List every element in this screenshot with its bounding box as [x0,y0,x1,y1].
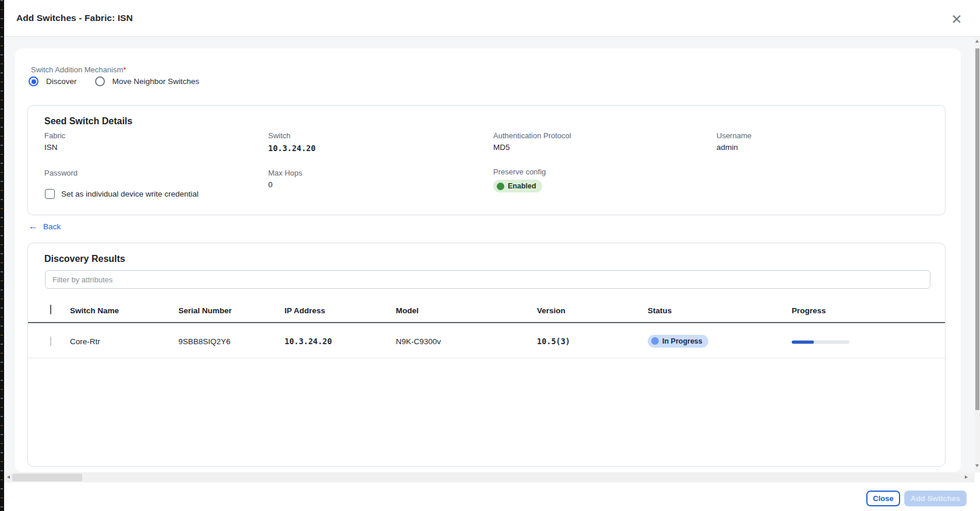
max-hops-label: Max Hops [268,169,303,177]
password-label: Password [44,169,78,177]
column-serial-number: Serial Number [178,306,232,314]
preserve-config-value: Enabled [508,182,536,190]
vertical-scrollbar-thumb[interactable] [975,48,979,410]
scroll-up-icon[interactable] [975,40,979,43]
preserve-config-label: Preserve config [493,167,546,176]
seed-switch-details-card: Seed Switch Details Fabric ISN Switch 10… [27,105,946,215]
username-value: admin [716,143,751,152]
preserve-config-field: Preserve config Enabled [493,167,546,192]
max-hops-value: 0 [268,180,303,189]
back-link[interactable]: ← Back [29,222,61,231]
back-arrow-icon: ← [29,222,38,231]
vertical-scrollbar[interactable] [975,37,980,473]
switch-value: 10.3.24.20 [268,144,315,153]
row-status-badge: In Progress [648,335,708,348]
horizontal-scrollbar[interactable] [4,473,975,482]
row-progress-fill [792,340,814,344]
table-header-row: Switch Name Serial Number IP Address Mod… [28,298,945,323]
radio-move-neighbor-label: Move Neighbor Switches [113,77,199,86]
fabric-label: Fabric [44,131,65,140]
preserve-config-status-badge: Enabled [493,180,542,192]
in-progress-dot-icon [651,337,659,345]
close-icon[interactable]: ✕ [947,10,966,29]
back-link-label: Back [43,222,61,231]
max-hops-field: Max Hops 0 [268,169,303,189]
switch-addition-mechanism-label: Switch Addition Mechanism* [31,65,126,74]
row-ip-address: 10.3.24.20 [284,337,332,346]
row-version: 10.5(3) [537,337,570,346]
column-model: Model [396,306,419,314]
fabric-field: Fabric ISN [44,131,65,152]
authentication-protocol-field: Authentication Protocol MD5 [493,131,571,152]
discovery-card-title: Discovery Results [44,254,125,264]
dialog-title: Add Switches - Fabric: ISN [16,13,133,23]
mechanism-radio-group: Discover Move Neighbor Switches [29,76,210,86]
username-label: Username [716,131,751,140]
seed-card-title: Seed Switch Details [44,116,132,127]
row-model: N9K-C9300v [396,337,441,345]
content-panel: Switch Addition Mechanism* Discover Move… [15,48,961,472]
column-version: Version [537,306,565,314]
required-marker: * [123,65,126,74]
switch-field: Switch 10.3.24.20 [268,131,315,153]
add-switches-button[interactable]: Add Switches [904,491,967,506]
column-switch-name: Switch Name [70,306,119,314]
radio-discover-label: Discover [46,77,77,86]
column-ip-address: IP Address [284,306,325,314]
add-switches-dialog: Add Switches - Fabric: ISN ✕ Switch Addi… [4,0,980,511]
row-serial-number: 9SBB8SIQ2Y6 [178,337,230,345]
discovery-results-card: Discovery Results Switch Name Serial Num… [27,243,946,467]
dialog-body: Switch Addition Mechanism* Discover Move… [4,37,975,473]
switch-label: Switch [268,131,315,140]
select-all-checkbox[interactable] [50,304,51,314]
radio-discover[interactable] [29,76,38,86]
background-page-edge [0,0,4,511]
dialog-footer: Close Add Switches [4,482,980,511]
write-credential-label: Set as individual device write credentia… [61,190,199,198]
dialog-header: Add Switches - Fabric: ISN ✕ [4,0,980,37]
filter-input[interactable] [45,270,930,289]
radio-move-neighbor-switches[interactable] [95,76,105,86]
row-progress-bar [792,340,849,344]
authentication-protocol-value: MD5 [493,143,571,152]
row-status-label: In Progress [662,337,702,345]
horizontal-scrollbar-thumb[interactable] [12,474,82,481]
fabric-value: ISN [44,143,65,152]
username-field: Username admin [716,131,751,152]
column-status: Status [648,306,672,314]
write-credential-checkbox[interactable] [45,189,55,199]
scroll-down-icon[interactable] [975,464,979,467]
password-field: Password [44,169,78,180]
row-checkbox[interactable] [50,336,51,346]
scroll-left-icon[interactable] [7,475,10,479]
table-row: Core-Rtr 9SBB8SIQ2Y6 10.3.24.20 N9K-C930… [28,324,945,358]
enabled-dot-icon [497,183,504,190]
authentication-protocol-label: Authentication Protocol [493,131,571,140]
close-button[interactable]: Close [866,491,900,506]
row-switch-name: Core-Rtr [70,337,100,345]
write-credential-row: Set as individual device write credentia… [45,189,199,199]
scroll-right-icon[interactable] [965,475,968,479]
column-progress: Progress [792,306,826,314]
